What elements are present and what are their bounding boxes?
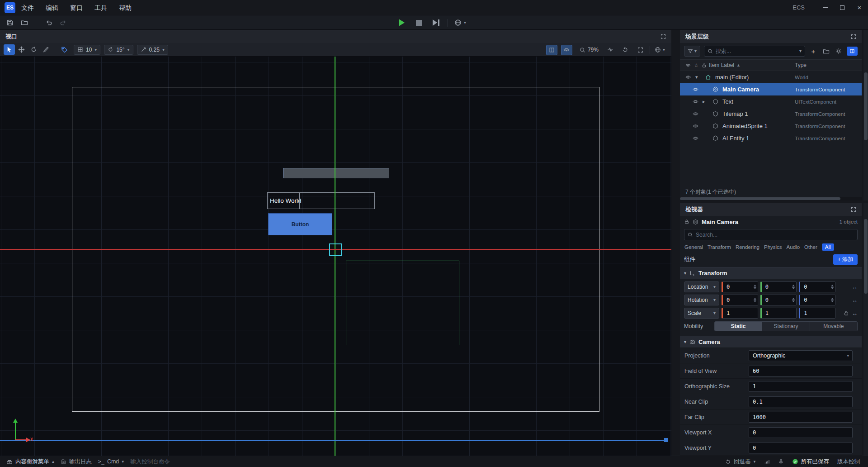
add-component-button[interactable]: + 添加 [833,254,858,265]
tab-all[interactable]: All [822,243,834,251]
visibility-eye-icon[interactable] [693,123,703,129]
grid-toggle-button[interactable] [546,45,557,55]
cmd-dropdown[interactable]: >_ Cmd ▾ [98,458,124,465]
hierarchy-row-tilemap[interactable]: Tilemap 1 TransformComponent [680,108,862,120]
hierarchy-row-main[interactable]: ▾ main (Editor) World [680,71,862,83]
ui-panel-object[interactable] [283,168,389,178]
expand-panel-icon[interactable] [851,34,856,39]
add-entity-button[interactable]: + [809,47,818,56]
projection-select[interactable]: Orthographic▾ [749,350,853,361]
console-command-input[interactable]: 输入控制台命令 [130,458,170,466]
link-axes-icon[interactable]: ↔ [852,297,858,304]
field-of-view-input[interactable]: 60 [749,366,853,376]
hierarchy-row-animatedsprite[interactable]: AnimatedSprite 1 TransformComponent [680,120,862,132]
tilemap-bounds-rect[interactable] [346,261,459,345]
collapse-caret-icon[interactable]: ▾ [695,74,705,80]
location-dropdown[interactable]: Location▾ [684,281,719,292]
ui-button-object[interactable]: Button [268,213,332,235]
column-item-label[interactable]: Item Label▲ [709,62,741,68]
undo-icon[interactable] [43,17,54,28]
filter-dropdown[interactable]: ▾ [684,46,700,57]
scale-y-input[interactable]: 1 [760,308,797,319]
scale-x-input[interactable]: 1 [722,308,758,319]
play-button[interactable] [396,17,407,28]
fullscreen-icon[interactable] [635,45,646,55]
visibility-toggle-button[interactable] [561,45,572,55]
rotation-y-input[interactable]: 0 [760,295,797,305]
rotation-snap-dropdown[interactable]: 15°▾ [104,45,133,55]
redo-icon[interactable] [58,17,69,28]
rotation-x-input[interactable]: 0 [722,295,758,305]
location-y-input[interactable]: 0 [760,281,797,292]
hierarchy-settings-button[interactable] [834,47,843,56]
stop-button[interactable] [413,17,424,28]
grid-snap-dropdown[interactable]: 10▾ [74,45,100,55]
tab-other[interactable]: Other [804,244,817,250]
bottom-guide-handle[interactable] [664,438,668,442]
expand-caret-icon[interactable]: ▸ [703,99,712,105]
expand-panel-icon[interactable] [851,207,856,212]
menu-edit[interactable]: 编辑 [40,0,64,15]
panel-layout-button[interactable] [847,47,858,56]
open-folder-icon[interactable] [19,17,30,28]
rotate-tool-button[interactable] [28,44,39,55]
lock-column-icon[interactable] [702,63,707,68]
tab-physics[interactable]: Physics [764,244,782,250]
link-axes-icon[interactable]: ↔ [852,310,858,317]
output-log-button[interactable]: 输出日志 [61,458,92,466]
visibility-column-icon[interactable] [685,62,691,68]
visibility-eye-icon[interactable] [693,99,703,105]
menu-file[interactable]: 文件 [15,0,40,15]
viewport-world-dropdown[interactable]: ▾ [653,45,667,55]
expand-panel-icon[interactable] [660,34,666,39]
far-clip-input[interactable]: 1000 [749,412,853,423]
transform-section-header[interactable]: ▾ Transform [680,267,862,279]
mobility-static[interactable]: Static [715,322,762,331]
hierarchy-row-text[interactable]: ▸ Text UITextComponent [680,95,862,108]
tab-general[interactable]: General [684,244,703,250]
maximize-button[interactable] [834,0,851,15]
step-forward-button[interactable] [430,17,441,28]
app-logo[interactable]: ES [5,2,15,13]
search-options-caret[interactable]: ▾ [799,49,802,53]
selection-gizmo-box[interactable] [329,243,342,256]
mobility-movable[interactable]: Movable [810,322,857,331]
ui-text-object[interactable]: Hello World [267,192,375,209]
scale-snap-dropdown[interactable]: 0.25▾ [137,45,168,55]
minimize-button[interactable] [816,0,834,15]
new-folder-button[interactable] [821,47,830,56]
inspector-search-input[interactable] [696,232,854,238]
collapse-caret-icon[interactable]: ▾ [684,339,686,344]
viewport-y-input[interactable]: 0 [749,443,853,453]
camera-section-header[interactable]: ▾ Camera [680,336,862,348]
select-tool-button[interactable] [4,44,15,55]
favorite-column-icon[interactable]: ☆ [694,62,698,68]
near-clip-input[interactable]: 0.1 [749,396,853,407]
hierarchy-vertical-scrollbar[interactable] [863,30,868,200]
location-z-input[interactable]: 0 [799,281,835,292]
visibility-eye-icon[interactable] [693,111,703,117]
tab-transform[interactable]: Transform [708,244,731,250]
rotation-z-input[interactable]: 0 [799,295,835,305]
reset-view-icon[interactable] [620,45,631,55]
menu-tools[interactable]: 工具 [89,0,113,15]
inspector-vertical-scrollbar[interactable] [863,203,868,456]
save-status[interactable]: 所有已保存 [792,458,830,466]
hierarchy-row-main-camera[interactable]: Main Camera TransformComponent [680,83,862,95]
move-tool-button[interactable] [16,44,27,55]
network-status-icon[interactable] [764,459,770,465]
scale-dropdown[interactable]: Scale▾ [684,308,719,319]
column-type[interactable]: Type [795,62,807,68]
zoom-control[interactable]: 79% [580,47,599,53]
viewport-x-input[interactable]: 0 [749,427,853,438]
location-x-input[interactable]: 0 [722,281,758,292]
link-axes-icon[interactable]: ↔ [852,284,858,291]
world-settings-dropdown[interactable]: ▾ [454,17,466,28]
rollback-dropdown[interactable]: 回退器 ▾ [725,458,756,466]
uniform-scale-lock-icon[interactable] [844,310,849,316]
save-icon[interactable] [5,17,15,28]
hierarchy-row-ai-entity[interactable]: AI Entity 1 TransformComponent [680,132,862,144]
menu-help[interactable]: 帮助 [113,0,137,15]
rotation-dropdown[interactable]: Rotation▾ [684,295,719,305]
version-control-button[interactable]: 版本控制 [837,458,860,466]
